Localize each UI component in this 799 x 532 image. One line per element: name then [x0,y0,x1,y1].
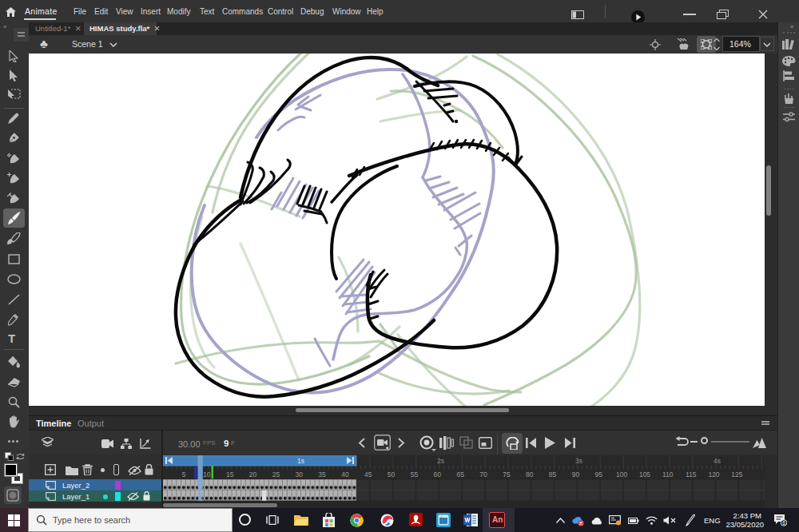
svg-text:55: 55 [411,470,419,478]
svg-text:75: 75 [503,470,511,478]
svg-text:3s: 3s [575,457,582,465]
svg-text:115: 115 [686,470,697,478]
svg-text:30: 30 [295,470,303,478]
svg-text:95: 95 [595,470,603,478]
svg-text:15: 15 [226,470,234,478]
svg-text:35: 35 [318,470,326,478]
svg-text:80: 80 [526,470,534,478]
svg-text:85: 85 [549,470,557,478]
svg-text:105: 105 [639,470,650,478]
svg-text:100: 100 [616,470,627,478]
svg-text:2s: 2s [437,457,444,465]
svg-text:90: 90 [572,470,580,478]
svg-text:110: 110 [662,470,674,478]
svg-text:70: 70 [479,470,487,478]
svg-text:125: 125 [731,470,742,478]
svg-text:40: 40 [341,470,349,478]
svg-text:25: 25 [272,470,280,478]
svg-text:50: 50 [388,470,396,478]
svg-text:60: 60 [434,470,442,478]
svg-text:4s: 4s [714,457,721,465]
svg-text:5: 5 [182,470,186,478]
svg-text:45: 45 [364,470,372,478]
svg-text:120: 120 [708,470,719,478]
svg-text:6: 6 [782,520,785,526]
svg-text:20: 20 [249,470,257,478]
svg-text:1s: 1s [297,457,304,465]
svg-text:65: 65 [456,470,464,478]
svg-text:10: 10 [203,470,211,478]
